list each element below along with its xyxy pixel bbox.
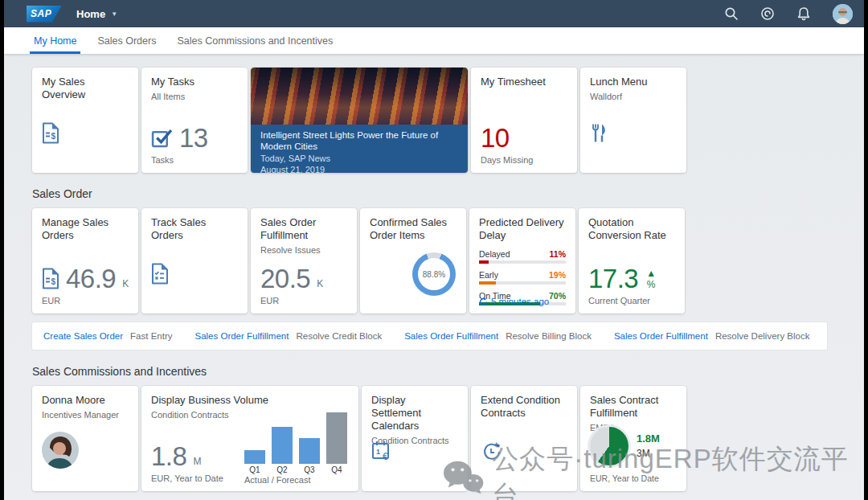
tile-footer: Days Missing <box>481 155 567 165</box>
tile-subtitle: Resolve Issues <box>260 245 347 255</box>
tile-display-settlement-calendars[interactable]: Display Settlement Calendars Condition C… <box>362 386 468 491</box>
kpi-value: 46.9 <box>66 265 116 292</box>
tile-title: Predicted Delivery Delay <box>479 216 566 242</box>
sales-order-tile-row: Manage Sales Orders $ 46.9 K EUR Track S… <box>32 208 864 314</box>
tile-footer: Tasks <box>151 155 238 165</box>
link-sales-order-fulfillment[interactable]: Sales Order Fulfillment <box>404 331 498 341</box>
tile-manage-sales-orders[interactable]: Manage Sales Orders $ 46.9 K EUR <box>32 208 138 314</box>
user-avatar[interactable] <box>833 4 853 24</box>
news-photo <box>251 68 468 125</box>
tile-title: Display Business Volume <box>151 394 349 407</box>
tile-title: Display Settlement Calendars <box>371 394 458 432</box>
tile-donna-moore[interactable]: Donna Moore Incentives Manager <box>32 386 138 491</box>
link-sales-order-fulfillment[interactable]: Sales Order Fulfillment <box>614 331 708 341</box>
tab-label: My Home <box>34 35 76 47</box>
tab-sales-commissions[interactable]: Sales Commissions and Incentives <box>177 27 333 54</box>
shell-title-text: Home <box>76 8 105 20</box>
svg-text:★: ★ <box>495 442 501 449</box>
person-photo <box>42 432 79 469</box>
tile-lunch-menu[interactable]: Lunch Menu Walldorf <box>580 68 686 173</box>
tile-content-area: My Sales Overview $ My Tasks All Items <box>4 54 864 491</box>
tile-title: My Sales Overview <box>42 76 129 101</box>
trend-up-icon: ▲ <box>646 268 656 278</box>
shell-actions <box>724 4 853 24</box>
link-desc: Fast Entry <box>130 331 172 341</box>
tile-title: Manage Sales Orders <box>42 216 129 242</box>
news-date: August 21, 2019 <box>260 164 458 173</box>
bar-q4-forecast <box>326 412 347 464</box>
tile-my-tasks[interactable]: My Tasks All Items 13 Tasks <box>141 68 248 173</box>
sap-logo-text: SAP <box>31 8 51 19</box>
link-group: Create Sales Order Fast Entry <box>43 331 172 341</box>
section-header-sales-order: Sales Order <box>32 187 864 200</box>
tile-title: Lunch Menu <box>590 76 677 88</box>
link-group: Sales Order Fulfillment Resolve Delivery… <box>614 331 810 341</box>
bar-label: Early <box>479 270 498 280</box>
bar-label: Delayed <box>479 249 510 259</box>
quick-links-band: Create Sales Order Fast Entry Sales Orde… <box>32 322 827 350</box>
home-menu-button[interactable]: Home ▼ <box>76 8 117 20</box>
tile-title: My Timesheet <box>481 76 567 88</box>
kpi-unit: K <box>122 278 129 289</box>
tile-footer: EUR <box>260 296 347 305</box>
link-desc: Resolve Billing Block <box>506 331 592 341</box>
svg-text:€: € <box>383 451 388 462</box>
fiori-launchpad: SAP Home ▼ <box>4 0 864 500</box>
order-status-document-icon <box>151 263 169 285</box>
bar-q1 <box>244 450 265 464</box>
pie-chart-contract-fulfillment <box>590 427 628 465</box>
tile-subtitle: Walldorf <box>590 92 677 101</box>
search-icon[interactable] <box>724 6 739 21</box>
refresh-icon <box>479 297 488 306</box>
tile-title: My Tasks <box>151 76 238 88</box>
news-headline: Intelligent Street Lights Power the Futu… <box>260 129 458 153</box>
kpi-value: 20.5 <box>260 265 310 292</box>
tab-label: Sales Commissions and Incentives <box>177 35 333 47</box>
shell-header: SAP Home ▼ <box>4 0 864 27</box>
tile-news[interactable]: Intelligent Street Lights Power the Futu… <box>251 68 468 173</box>
svg-text:$: $ <box>51 277 56 286</box>
extend-appointment-icon: ★ <box>481 441 502 462</box>
tile-my-sales-overview[interactable]: My Sales Overview $ <box>32 68 138 173</box>
tab-my-home[interactable]: My Home <box>34 27 76 54</box>
chevron-down-icon: ▼ <box>111 10 117 18</box>
tile-display-business-volume[interactable]: Display Business Volume Condition Contra… <box>141 386 358 491</box>
tile-predicted-delivery-delay[interactable]: Predicted Delivery Delay Delayed 11% Ear… <box>469 208 575 314</box>
commissions-tile-row: Donna Moore Incentives Manager Display B… <box>32 386 864 491</box>
target-value: 3M <box>637 448 660 459</box>
tile-footer: Current Quarter <box>588 296 675 305</box>
tab-sales-orders[interactable]: Sales Orders <box>97 27 156 54</box>
tile-footer: EUR, Year to Date <box>590 473 677 483</box>
tile-track-sales-orders[interactable]: Track Sales Orders <box>141 208 248 314</box>
link-desc: Resolve Credit Block <box>296 331 382 341</box>
link-sales-order-fulfillment[interactable]: Sales Order Fulfillment <box>194 331 289 341</box>
chart-caption: Actual / Forecast <box>244 475 347 485</box>
tile-confirmed-sales-order-items[interactable]: Confirmed Sales Order Items 88.8% <box>360 208 466 314</box>
radial-chart-label: 88.8% <box>412 252 456 296</box>
tile-sales-contract-fulfillment[interactable]: Sales Contract Fulfillment EMEA 1.8M 3M … <box>580 386 686 491</box>
my-home-tile-row: My Sales Overview $ My Tasks All Items <box>32 68 864 173</box>
sap-logo: SAP <box>27 6 62 23</box>
link-create-sales-order[interactable]: Create Sales Order <box>43 331 123 341</box>
kpi-value: 1.8 <box>151 443 186 469</box>
tile-subtitle: Incentives Manager <box>42 410 129 420</box>
bar-cat-label: Q1 <box>244 465 265 474</box>
kpi-unit: K <box>317 278 323 289</box>
tile-sales-order-fulfillment[interactable]: Sales Order Fulfillment Resolve Issues 2… <box>251 208 357 314</box>
copilot-icon[interactable] <box>760 6 775 21</box>
svg-text:$: $ <box>51 132 56 141</box>
tile-title: Quotation Conversion Rate <box>588 216 675 242</box>
notifications-bell-icon[interactable] <box>796 6 811 21</box>
tile-quotation-conversion-rate[interactable]: Quotation Conversion Rate 17.3 ▲ % Curre… <box>579 208 685 314</box>
kpi-value: 17.3 <box>588 265 638 292</box>
tile-extend-condition-contracts[interactable]: Extend Condition Contracts ★ <box>471 386 577 491</box>
refresh-text: 5 minutes ago <box>491 297 549 306</box>
tile-my-timesheet[interactable]: My Timesheet 10 Days Missing <box>471 68 577 173</box>
bar-q3 <box>299 438 320 464</box>
bar-chart-quarterly-volume: Q1 Q2 Q3 Q4 Actual / Forecast <box>244 412 347 485</box>
tile-title: Sales Contract Fulfillment <box>590 394 677 420</box>
refresh-link[interactable]: 5 minutes ago <box>479 297 549 306</box>
tile-title: Confirmed Sales Order Items <box>370 216 457 242</box>
tab-label: Sales Orders <box>97 35 156 47</box>
radial-chart-confirmed-items: 88.8% <box>412 252 456 296</box>
